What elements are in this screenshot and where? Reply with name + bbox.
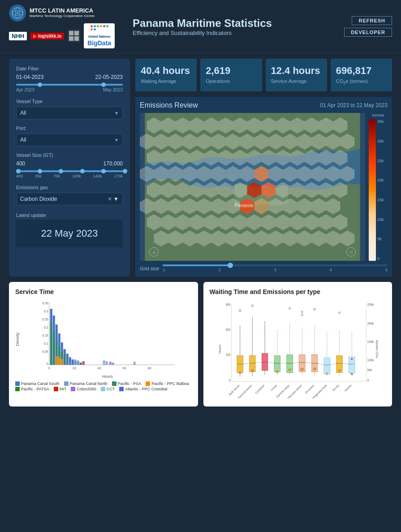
- svg-text:0.25: 0.25: [42, 318, 48, 321]
- svg-point-231: [263, 367, 266, 370]
- operations-value: 2,619: [206, 65, 256, 77]
- vessel-size-slider[interactable]: [16, 170, 123, 172]
- svg-text:20: 20: [73, 367, 76, 370]
- date-filter-section: Date Filter 01-04-2023 22-05-2023 Apr 20…: [16, 66, 123, 92]
- svg-text:0.2: 0.2: [44, 326, 48, 329]
- operations-label: Operations: [206, 78, 256, 84]
- emissions-date: 01 Apr 2023 to 22 May 2023: [320, 102, 388, 108]
- waiting-average-value: 40.4 hours: [141, 65, 191, 77]
- emissions-section: Emissions Review 01 Apr 2023 to 22 May 2…: [135, 97, 392, 277]
- svg-rect-163: [106, 361, 108, 365]
- right-panel: 40.4 hours Waiting Average 2,619 Operati…: [135, 59, 392, 277]
- co2-value: 696,817: [336, 65, 387, 77]
- grid-size-row: Grid size 12345: [140, 264, 388, 272]
- waiting-time-panel: Waiting Time and Emissions per type Hour…: [203, 282, 392, 407]
- svg-text:50k: 50k: [367, 368, 372, 372]
- logistikk-badge: ▶ logistikk.io: [30, 33, 64, 39]
- legend-item-1: Panama Canal North: [64, 381, 108, 386]
- emissions-gas-select[interactable]: Carbon Dioxide ✕ ▼: [16, 193, 123, 205]
- page-title: Panama Maritime Statistics: [133, 17, 344, 30]
- service-y-axis-label: Density: [15, 300, 22, 379]
- vessel-size-section: Vessel Size (GT) 400 170,000 40035k70k10…: [16, 152, 123, 178]
- legend-item-4: Pacific - PATSA: [15, 387, 49, 391]
- svg-text:100: 100: [225, 353, 230, 356]
- svg-point-213: [301, 314, 303, 316]
- svg-text:Panama: Panama: [235, 203, 254, 208]
- legend-tick-15k: 15k: [377, 198, 384, 202]
- svg-point-235: [313, 368, 316, 371]
- legend-tick-20k: 20k: [377, 178, 384, 182]
- port-section: Port: All ▼: [16, 125, 123, 146]
- nhh-badge: NHH: [9, 32, 27, 40]
- svg-rect-158: [58, 357, 60, 365]
- vessel-size-thumb-3[interactable]: [80, 169, 85, 173]
- svg-rect-157: [56, 356, 58, 365]
- vessel-size-thumb-5[interactable]: [123, 169, 127, 173]
- svg-text:60: 60: [123, 367, 126, 370]
- date-slider[interactable]: [16, 84, 123, 86]
- emissions-gas-clear[interactable]: ✕: [108, 196, 112, 202]
- svg-point-232: [276, 371, 278, 373]
- date-slider-left-thumb[interactable]: [38, 82, 42, 87]
- svg-point-234: [300, 368, 304, 371]
- vessel-size-thumb-4[interactable]: [101, 169, 106, 173]
- grid-size-label: Grid size: [140, 266, 159, 271]
- svg-text:Bulk carrier: Bulk carrier: [228, 384, 240, 396]
- svg-point-212: [301, 311, 303, 313]
- emissions-map[interactable]: Panama ⊕ ⊙: [140, 113, 365, 261]
- svg-text:300: 300: [225, 303, 230, 307]
- svg-text:⊕: ⊕: [153, 251, 156, 255]
- grid-tick-labels: 12345: [163, 268, 388, 272]
- svg-text:tonnes CO₂: tonnes CO₂: [375, 340, 379, 358]
- legend-tick-5k: 5k: [377, 237, 384, 241]
- legend-tick-30k: 30k: [377, 139, 384, 143]
- svg-text:100k: 100k: [367, 359, 374, 362]
- emissions-header: Emissions Review 01 Apr 2023 to 22 May 2…: [140, 101, 388, 109]
- bigdata-box: United Nations BigData: [84, 23, 115, 48]
- svg-text:0.1: 0.1: [44, 342, 48, 345]
- grid-size-thumb[interactable]: [228, 263, 233, 268]
- vessel-size-thumb-1[interactable]: [38, 169, 42, 173]
- grid-size-slider[interactable]: [163, 264, 388, 266]
- vessel-size-tick-labels: 40035k70k105k140k170k: [16, 174, 123, 178]
- developer-button[interactable]: DEVELOPER: [344, 28, 392, 37]
- mtcc-logo-icon: [9, 4, 26, 22]
- svg-text:Vehicle: Vehicle: [343, 384, 352, 392]
- svg-point-196: [251, 305, 253, 307]
- port-select[interactable]: All ▼: [16, 134, 123, 146]
- filter-panel: Date Filter 01-04-2023 22-05-2023 Apr 20…: [9, 59, 130, 277]
- latest-update-section: Latest update 22 May 2023: [16, 212, 123, 247]
- svg-text:80: 80: [148, 367, 151, 370]
- emissions-gas-arrow[interactable]: ▼: [113, 196, 119, 202]
- vessel-type-select[interactable]: All ▼: [16, 107, 123, 119]
- refresh-button[interactable]: REFRESH: [352, 16, 392, 25]
- svg-rect-166: [112, 363, 114, 365]
- svg-rect-159: [61, 359, 63, 365]
- svg-text:250k: 250k: [367, 303, 374, 307]
- svg-rect-203: [274, 356, 280, 372]
- svg-text:40: 40: [98, 367, 101, 370]
- date-slider-right-thumb[interactable]: [101, 82, 106, 87]
- date-start: 01-04-2023: [16, 74, 43, 80]
- svg-rect-162: [103, 360, 105, 365]
- svg-text:⊙: ⊙: [350, 251, 353, 255]
- legend-item-5: MIT: [54, 387, 67, 391]
- vessel-size-thumb-0[interactable]: [16, 169, 21, 173]
- date-range-end-label: May 2023: [103, 87, 123, 92]
- svg-point-3: [17, 12, 18, 14]
- vessel-size-thumb-2[interactable]: [59, 169, 63, 173]
- latest-update-date: 22 May 2023: [20, 223, 119, 244]
- legend-tick-35k: 35k: [377, 119, 384, 124]
- legend-item-7: CCT: [101, 387, 115, 391]
- date-filter-label: Date Filter: [16, 66, 123, 71]
- waiting-time-title: Waiting Time and Emissions per type: [210, 288, 386, 295]
- org-name: MTCC LATIN AMERICA Maritime Technology C…: [30, 8, 95, 18]
- service-average-value: 12.4 hours: [271, 65, 322, 77]
- header-actions: REFRESH DEVELOPER: [344, 16, 392, 37]
- svg-text:Oil tanker: Oil tanker: [304, 384, 315, 394]
- svg-point-229: [238, 372, 241, 374]
- top-row: Date Filter 01-04-2023 22-05-2023 Apr 20…: [9, 59, 392, 277]
- svg-text:Cruise: Cruise: [269, 384, 277, 392]
- service-bar-chart: 0.35 0.3 0.25 0.2 0.15 0.1 0.05 0 0 20 4…: [23, 300, 192, 379]
- svg-text:Hours: Hours: [217, 345, 221, 354]
